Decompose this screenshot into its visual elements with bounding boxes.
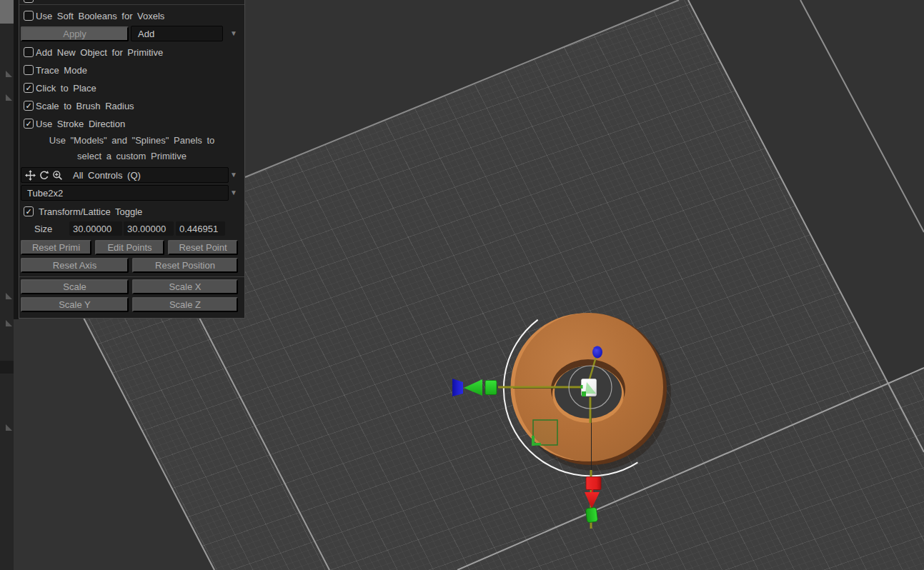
selection-square-accent2 <box>532 443 541 446</box>
strip-dark-band <box>0 361 14 374</box>
row-click-to-place: ✓ Click to Place <box>19 83 244 94</box>
row-trace-mode: Trace Mode <box>19 65 244 76</box>
reset-axis-button[interactable]: Reset Axis <box>21 258 129 273</box>
green-cube-handle-bottom[interactable] <box>585 507 597 523</box>
hint-text-line1: Use "Models" and "Splines" Panels to <box>19 135 244 146</box>
size-y-field[interactable]: 30.00000 <box>124 221 174 236</box>
checkbox-scale-to-brush[interactable]: ✓ <box>24 101 34 111</box>
reset-position-button[interactable]: Reset Position <box>132 258 238 273</box>
green-arrow-handle[interactable] <box>464 379 482 396</box>
center-cube-green-tick <box>581 385 583 389</box>
resize-grip-icon[interactable] <box>6 71 12 77</box>
center-cube-green-corner <box>582 391 586 396</box>
resize-grip-icon[interactable] <box>6 94 12 101</box>
chevron-down-icon[interactable]: ▼ <box>230 189 237 196</box>
rotate-icon <box>39 170 49 181</box>
checkbox-use-soft-booleans[interactable] <box>24 11 34 21</box>
zoom-in-icon <box>52 170 63 181</box>
selection-square[interactable] <box>532 420 557 446</box>
checkbox-label: Trace Mode <box>36 65 87 76</box>
checkbox-transform-lattice[interactable]: ✓ <box>24 206 34 216</box>
row-add-new-object: Add New Object for Primitive <box>19 47 244 58</box>
checkbox-click-to-place[interactable]: ✓ <box>24 83 34 93</box>
scale-y-button[interactable]: Scale Y <box>21 297 129 312</box>
checkbox-use-stroke-direction[interactable]: ✓ <box>24 119 34 129</box>
gizmo-center-cube[interactable] <box>581 379 597 397</box>
checkbox-label: Transform/Lattice Toggle <box>39 206 142 217</box>
checkbox-clipped-top[interactable] <box>24 0 34 3</box>
panel-margin <box>14 0 19 319</box>
red-cone-handle[interactable] <box>585 492 600 509</box>
resize-grip-icon[interactable] <box>6 424 12 431</box>
scale-x-button[interactable]: Scale X <box>132 279 238 294</box>
controls-icons <box>25 170 63 181</box>
hint-text-line2: select a custom Primitive <box>19 151 244 161</box>
resize-grip-icon[interactable] <box>6 293 12 299</box>
controls-dropdown-value: All Controls (Q) <box>73 170 141 181</box>
row-use-stroke-direction: ✓ Use Stroke Direction <box>19 119 244 129</box>
size-z-field[interactable]: 0.446951 <box>176 221 225 236</box>
checkbox-label: Use Soft Booleans for Voxels <box>36 11 164 21</box>
checkbox-label: Click to Place <box>36 83 96 94</box>
scale-z-button[interactable]: Scale Z <box>132 297 238 312</box>
chevron-down-icon[interactable]: ▼ <box>230 171 237 179</box>
strip-top-block <box>0 0 14 24</box>
add-mode-dropdown[interactable]: Add <box>131 26 223 41</box>
reset-point-button[interactable]: Reset Point <box>168 240 238 255</box>
row-scale-to-brush: ✓ Scale to Brush Radius <box>19 101 244 111</box>
separator <box>19 276 244 277</box>
blue-cone-handle[interactable] <box>452 379 463 396</box>
checkbox-add-new-object[interactable] <box>24 47 34 57</box>
apply-button[interactable]: Apply <box>21 26 129 41</box>
row-use-soft-booleans: Use Soft Booleans for Voxels <box>19 11 244 21</box>
gizmo-bottom-handles[interactable] <box>585 477 601 523</box>
gizmo-left-handles[interactable] <box>452 379 497 396</box>
move-icon <box>25 170 36 181</box>
size-x-field[interactable]: 30.00000 <box>69 221 122 236</box>
scale-button[interactable]: Scale <box>21 279 129 294</box>
controls-mode-dropdown[interactable]: All Controls (Q) <box>21 167 229 183</box>
checkbox-label: Scale to Brush Radius <box>36 101 134 111</box>
app-window: Use Soft Booleans for Voxels Apply Add ▼… <box>0 0 924 570</box>
separator <box>19 4 244 5</box>
green-cube-handle-left[interactable] <box>485 381 497 395</box>
primitive-dropdown[interactable]: Tube2x2 <box>21 185 229 201</box>
row-transform-lattice: ✓ Transform/Lattice Toggle <box>19 206 244 217</box>
edit-points-button[interactable]: Edit Points <box>95 240 164 255</box>
reset-primitive-button[interactable]: Reset Primi <box>21 240 91 255</box>
checkbox-trace-mode[interactable] <box>24 65 34 75</box>
tool-panel: Use Soft Booleans for Voxels Apply Add ▼… <box>19 0 245 319</box>
red-cube-handle[interactable] <box>586 477 601 490</box>
left-strip <box>0 0 14 570</box>
checkbox-label: Use Stroke Direction <box>36 119 125 129</box>
size-label: Size <box>34 224 52 234</box>
chevron-down-icon[interactable]: ▼ <box>230 30 237 37</box>
checkbox-label: Add New Object for Primitive <box>36 47 163 58</box>
resize-grip-icon[interactable] <box>6 320 12 326</box>
